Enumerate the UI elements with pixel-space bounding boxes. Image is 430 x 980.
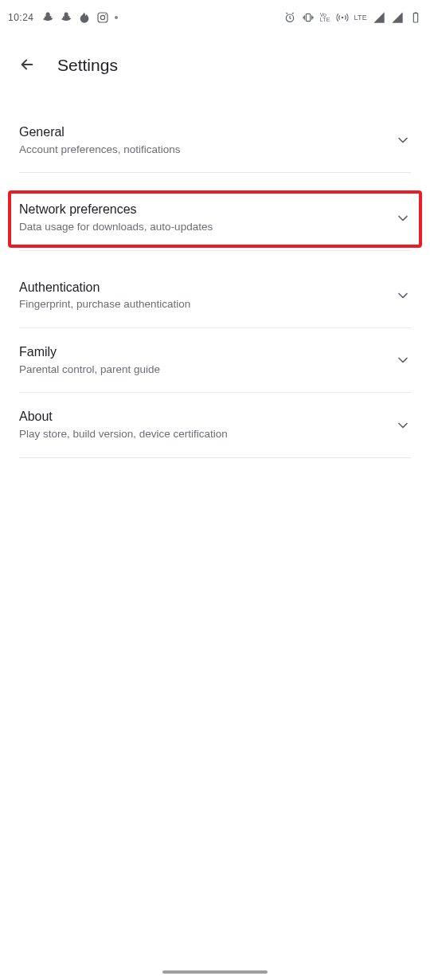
more-notifications-dot <box>115 16 118 19</box>
snapchat-icon-2 <box>60 11 72 24</box>
row-subtitle: Play store, build version, device certif… <box>19 427 385 441</box>
row-texts: Network preferences Data usage for downl… <box>19 202 395 233</box>
svg-rect-0 <box>98 13 108 22</box>
app-bar: Settings <box>0 43 430 88</box>
signal-icon-2 <box>391 11 404 24</box>
vibrate-icon <box>302 11 315 24</box>
row-subtitle: Data usage for downloads, auto-updates <box>19 220 385 234</box>
svg-point-5 <box>341 17 343 19</box>
row-texts: General Account preferences, notificatio… <box>19 124 395 156</box>
svg-point-1 <box>100 15 104 19</box>
chevron-down-icon <box>395 132 411 148</box>
svg-point-2 <box>105 14 106 15</box>
row-subtitle: Account preferences, notifications <box>19 143 385 157</box>
lte-indicator: LTE <box>354 14 367 22</box>
svg-rect-6 <box>413 14 417 22</box>
arrow-back-icon <box>18 56 36 76</box>
volte-indicator: Vo LTE <box>320 13 330 23</box>
page-title: Settings <box>57 56 118 75</box>
row-about[interactable]: About Play store, build version, device … <box>19 393 411 457</box>
instagram-icon <box>96 11 109 24</box>
chevron-down-icon <box>395 417 411 433</box>
row-subtitle: Fingerprint, purchase authentication <box>19 297 385 312</box>
chevron-down-icon <box>395 288 411 304</box>
row-authentication[interactable]: Authentication Fingerprint, purchase aut… <box>19 264 411 328</box>
row-texts: About Play store, build version, device … <box>19 409 395 441</box>
row-family[interactable]: Family Parental control, parent guide <box>19 328 411 393</box>
status-left: 10:24 <box>8 11 118 24</box>
row-subtitle: Parental control, parent guide <box>19 363 385 377</box>
row-network-preferences[interactable]: Network preferences Data usage for downl… <box>19 186 411 250</box>
back-button[interactable] <box>11 49 43 81</box>
signal-icon-1 <box>373 11 385 24</box>
alarm-icon <box>283 11 296 24</box>
status-bar: 10:24 Vo LTE LTE <box>0 0 430 35</box>
row-title: About <box>19 409 385 425</box>
gesture-nav-handle[interactable] <box>162 970 268 974</box>
svg-rect-7 <box>415 12 417 13</box>
row-title: Network preferences <box>19 202 385 218</box>
row-title: General <box>19 124 385 141</box>
status-right: Vo LTE LTE <box>283 11 422 24</box>
row-texts: Family Parental control, parent guide <box>19 344 395 376</box>
chevron-down-icon <box>395 352 411 368</box>
clock: 10:24 <box>8 12 34 23</box>
battery-icon <box>409 11 422 24</box>
tinder-icon <box>78 11 91 24</box>
settings-list: General Account preferences, notificatio… <box>0 108 430 458</box>
row-texts: Authentication Fingerprint, purchase aut… <box>19 280 395 312</box>
snapchat-icon <box>41 11 54 24</box>
chevron-down-icon <box>395 210 411 226</box>
row-title: Authentication <box>19 280 385 296</box>
hotspot-icon <box>336 11 349 24</box>
row-title: Family <box>19 344 385 361</box>
svg-rect-4 <box>306 14 310 21</box>
highlight-wrapper: Network preferences Data usage for downl… <box>19 186 411 250</box>
row-general[interactable]: General Account preferences, notificatio… <box>19 108 411 173</box>
